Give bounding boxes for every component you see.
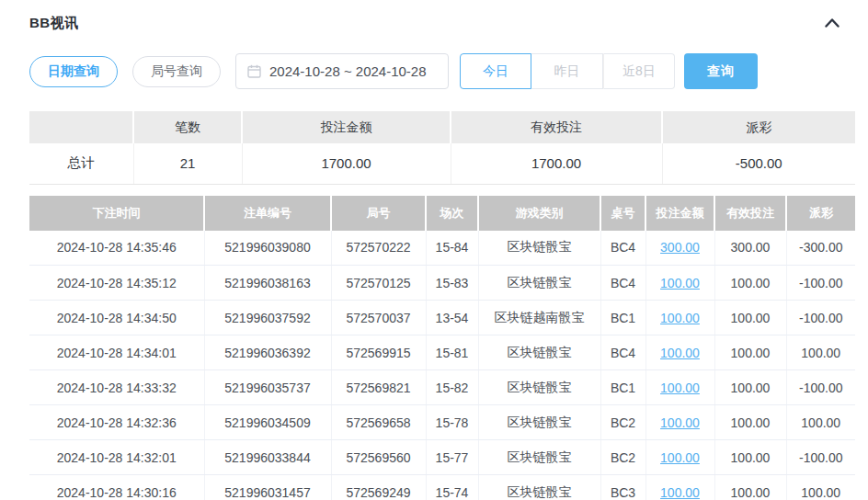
cell-game-type: 区块链骰宝 [478, 475, 600, 500]
bet-amount-link[interactable]: 100.00 [660, 311, 700, 325]
cell-bet-time: 2024-10-28 14:30:16 [29, 475, 204, 500]
table-row: 2024-10-28 14:35:12 521996038163 5725701… [29, 266, 855, 301]
cell-table-no: BC4 [600, 266, 645, 301]
cell-bet-amount: 100.00 [645, 266, 714, 301]
bet-amount-link[interactable]: 100.00 [660, 415, 700, 430]
cell-valid-bet: 300.00 [714, 231, 786, 266]
quick-range-group: 今日 昨日 近8日 [460, 53, 675, 89]
panel-header: BB视讯 [29, 13, 855, 33]
cell-valid-bet: 100.00 [714, 335, 786, 370]
quick-range-yesterday[interactable]: 昨日 [531, 53, 603, 89]
summary-header-valid-bet: 有效投注 [451, 111, 662, 143]
cell-payout: 100.00 [786, 335, 855, 370]
bet-table-header-row: 下注时间 注单编号 局号 场次 游戏类别 桌号 投注金额 有效投注 派彩 [29, 196, 855, 231]
cell-table-no: BC3 [600, 475, 645, 500]
bet-amount-link[interactable]: 300.00 [660, 240, 700, 255]
cell-round-id: 572569249 [331, 475, 426, 500]
bet-amount-link[interactable]: 100.00 [660, 450, 700, 465]
summary-total-count: 21 [133, 143, 242, 184]
cell-payout: 100.00 [786, 475, 855, 500]
summary-total-row: 总计 21 1700.00 1700.00 -500.00 [29, 143, 855, 184]
cell-round-id: 572569560 [331, 440, 426, 475]
cell-table-no: BC2 [600, 405, 645, 440]
date-query-tab[interactable]: 日期查询 [29, 56, 118, 87]
cell-session: 15-77 [426, 440, 478, 475]
cell-game-type: 区块链骰宝 [478, 405, 600, 440]
cell-bet-amount: 100.00 [645, 475, 714, 500]
collapse-button[interactable] [820, 13, 844, 33]
table-row: 2024-10-28 14:34:50 521996037592 5725700… [29, 301, 855, 335]
chevron-up-icon [825, 18, 839, 28]
cell-round-id: 572569821 [331, 370, 426, 405]
cell-bet-id: 521996035737 [204, 370, 331, 405]
summary-header-row: 笔数 投注金额 有效投注 派彩 [29, 111, 855, 143]
cell-bet-id: 521996033844 [204, 440, 331, 475]
header-bet-amount: 投注金额 [645, 196, 714, 231]
table-row: 2024-10-28 14:35:46 521996039080 5725702… [29, 231, 855, 266]
cell-game-type: 区块链越南骰宝 [478, 301, 600, 335]
summary-total-valid-bet: 1700.00 [451, 143, 662, 184]
header-valid-bet: 有效投注 [714, 196, 786, 231]
cell-valid-bet: 100.00 [714, 266, 786, 301]
cell-bet-id: 521996034509 [204, 405, 331, 440]
cell-game-type: 区块链骰宝 [478, 335, 600, 370]
bb-video-panel: BB视讯 日期查询 局号查询 2024-10-28 ~ 2024-10-28 今… [0, 0, 868, 500]
cell-bet-amount: 100.00 [645, 405, 714, 440]
cell-session: 15-78 [426, 405, 478, 440]
cell-session: 13-54 [426, 301, 478, 335]
cell-game-type: 区块链骰宝 [478, 440, 600, 475]
table-row: 2024-10-28 14:32:36 521996034509 5725696… [29, 405, 855, 440]
cell-valid-bet: 100.00 [714, 301, 786, 335]
cell-payout: -100.00 [786, 370, 855, 405]
cell-bet-amount: 300.00 [645, 231, 714, 266]
cell-session: 15-84 [426, 231, 478, 266]
cell-table-no: BC1 [600, 301, 645, 335]
cell-bet-time: 2024-10-28 14:34:50 [29, 301, 204, 335]
cell-payout: -300.00 [786, 231, 855, 266]
cell-session: 15-83 [426, 266, 478, 301]
filter-bar: 日期查询 局号查询 2024-10-28 ~ 2024-10-28 今日 昨日 … [29, 53, 855, 89]
cell-bet-time: 2024-10-28 14:35:12 [29, 266, 204, 301]
cell-valid-bet: 100.00 [714, 405, 786, 440]
search-button[interactable]: 查询 [684, 53, 758, 89]
header-payout: 派彩 [786, 196, 855, 231]
cell-valid-bet: 100.00 [714, 440, 786, 475]
summary-total-label: 总计 [29, 143, 133, 184]
header-bet-time: 下注时间 [29, 196, 204, 231]
cell-bet-amount: 100.00 [645, 301, 714, 335]
bet-amount-link[interactable]: 100.00 [660, 381, 700, 395]
header-table-no: 桌号 [600, 196, 645, 231]
quick-range-today[interactable]: 今日 [460, 53, 531, 89]
bet-amount-link[interactable]: 100.00 [660, 485, 700, 500]
cell-bet-amount: 100.00 [645, 335, 714, 370]
cell-table-no: BC2 [600, 440, 645, 475]
bet-table: 下注时间 注单编号 局号 场次 游戏类别 桌号 投注金额 有效投注 派彩 202… [29, 196, 855, 500]
cell-table-no: BC4 [600, 335, 645, 370]
cell-game-type: 区块链骰宝 [478, 370, 600, 405]
header-session: 场次 [426, 196, 478, 231]
cell-session: 15-82 [426, 370, 478, 405]
summary-table: 笔数 投注金额 有效投注 派彩 总计 21 1700.00 1700.00 -5… [29, 111, 855, 185]
quick-range-last8days[interactable]: 近8日 [603, 53, 675, 89]
cell-bet-id: 521996038163 [204, 266, 331, 301]
round-query-tab[interactable]: 局号查询 [132, 56, 221, 87]
bet-amount-link[interactable]: 100.00 [660, 346, 700, 360]
bet-amount-link[interactable]: 100.00 [660, 276, 700, 290]
header-round-id: 局号 [331, 196, 426, 231]
cell-bet-id: 521996036392 [204, 335, 331, 370]
cell-bet-id: 521996031457 [204, 475, 331, 500]
cell-payout: -100.00 [786, 301, 855, 335]
cell-game-type: 区块链骰宝 [478, 231, 600, 266]
date-range-input[interactable]: 2024-10-28 ~ 2024-10-28 [235, 53, 449, 89]
cell-bet-time: 2024-10-28 14:33:32 [29, 370, 204, 405]
table-row: 2024-10-28 14:33:32 521996035737 5725698… [29, 370, 855, 405]
cell-bet-time: 2024-10-28 14:32:01 [29, 440, 204, 475]
summary-header-payout: 派彩 [662, 111, 855, 143]
header-bet-id: 注单编号 [204, 196, 331, 231]
cell-table-no: BC4 [600, 231, 645, 266]
cell-valid-bet: 100.00 [714, 370, 786, 405]
cell-payout: 100.00 [786, 405, 855, 440]
cell-bet-time: 2024-10-28 14:35:46 [29, 231, 204, 266]
calendar-icon [247, 64, 261, 78]
cell-payout: -100.00 [786, 440, 855, 475]
